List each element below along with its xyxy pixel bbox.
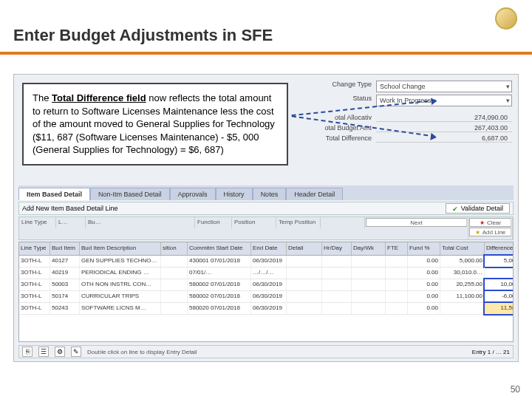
filter-position[interactable]: Position: [232, 217, 276, 228]
table-row[interactable]: 3OTH-L50174CURRICULAR TRIPS580002 07/01/…: [19, 291, 513, 303]
total-diff-value: 6,687.00: [376, 134, 512, 143]
page-title: Enter Budget Adjustments in SFE: [13, 26, 273, 45]
filter-row: Line Type L… Bu… Function Position Temp …: [18, 216, 514, 240]
chevron-down-icon: ▾: [506, 83, 510, 90]
table-row[interactable]: 3OTH-L50003OTH NON INSTRL CON…580002 07/…: [19, 279, 513, 291]
filter-line-type[interactable]: Line Type: [19, 217, 56, 228]
org-logo-icon: [495, 7, 517, 30]
clear-button[interactable]: Clear: [469, 218, 511, 227]
total-alloc-value: 274,090.00: [376, 114, 512, 122]
callout-total-difference: The Total Difference field now reflects …: [22, 83, 288, 166]
tab-header-detail[interactable]: Header Detail: [286, 188, 343, 200]
tab-bar: Item Based Detail Non-Itm Based Detail A…: [18, 185, 514, 200]
filter-temp-position[interactable]: Temp Position: [276, 217, 321, 228]
status-icon-4[interactable]: ✎: [71, 347, 81, 357]
detail-table: Line TypeBud ItemBud Item Descriptionsit…: [18, 242, 514, 342]
table-row[interactable]: 3OTH-L40127GEN SUPPLIES TECHNO…430001 07…: [19, 256, 513, 267]
table-header: Line TypeBud ItemBud Item Descriptionsit…: [19, 242, 513, 256]
filter-l[interactable]: L…: [56, 217, 86, 228]
filter-bu[interactable]: Bu…: [86, 217, 195, 228]
table-row[interactable]: 3OTH-L50243SOFTWARE LICNS M…580020 07/01…: [19, 303, 513, 315]
add-new-line-label: Add New Item Based Detail Line: [22, 205, 443, 212]
status-hint: Double click on line to display Entry De…: [87, 349, 466, 355]
clear-icon: [480, 219, 485, 226]
table-row[interactable]: 3OTH-L40219PERIODICAL ENDING … 07/01/……/…: [19, 267, 513, 279]
tab-non-item-based-detail[interactable]: Non-Itm Based Detail: [90, 188, 170, 200]
add-icon: [475, 229, 480, 236]
status-bar: ⎘ ☰ ⚙ ✎ Double click on line to display …: [18, 345, 514, 358]
status-icon-2[interactable]: ☰: [38, 347, 49, 357]
status-label: Status: [320, 95, 372, 106]
title-divider: [0, 52, 532, 55]
add-line-button[interactable]: Add Line: [469, 228, 511, 236]
tab-notes[interactable]: Notes: [253, 188, 287, 200]
subheader-row: Add New Item Based Detail Line Validate …: [18, 202, 514, 215]
tab-history[interactable]: History: [216, 188, 253, 200]
chevron-down-icon: ▾: [506, 97, 510, 104]
filter-function[interactable]: Function: [195, 217, 232, 228]
next-button[interactable]: Next: [366, 218, 467, 227]
total-diff-label: Total Difference: [320, 134, 372, 143]
tab-item-based-detail[interactable]: Item Based Detail: [18, 188, 90, 200]
change-type-dropdown[interactable]: School Change▾: [376, 81, 512, 92]
validate-detail-button[interactable]: Validate Detail: [446, 203, 510, 214]
status-icon-1[interactable]: ⎘: [22, 347, 33, 357]
tab-approvals[interactable]: Approvals: [170, 188, 216, 200]
change-type-label: Change Type: [320, 81, 372, 92]
check-icon: [452, 205, 459, 212]
page-number: 50: [511, 384, 520, 395]
status-icon-3[interactable]: ⚙: [55, 347, 65, 357]
status-entry: Entry 1 / … 21: [472, 349, 510, 355]
